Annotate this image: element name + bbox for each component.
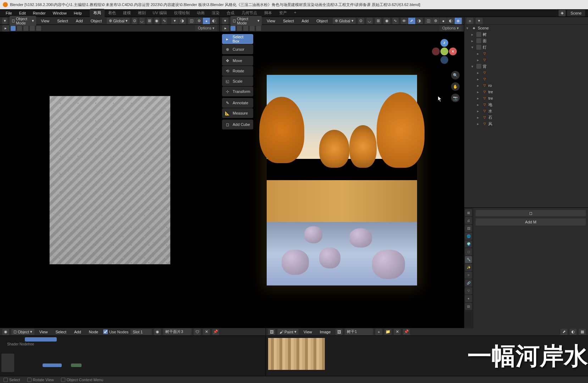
node-shader[interactable]	[43, 363, 62, 367]
expand-icon[interactable]: ▸	[471, 39, 475, 43]
tool-rotate[interactable]: ⟲Rotate	[222, 66, 253, 76]
tool-annotate[interactable]: ✎Annotate	[222, 98, 253, 108]
image-canvas[interactable]	[266, 336, 588, 376]
gizmo-z[interactable]: Z	[440, 39, 448, 47]
outliner-row[interactable]: ▸▽tre	[464, 95, 588, 101]
proportional-icon-r[interactable]: ◉	[383, 18, 390, 24]
node-menu-view[interactable]: View	[37, 329, 51, 335]
gizmo-y[interactable]	[440, 48, 448, 55]
gizmo-toggle-icon-r[interactable]: ⬈	[408, 18, 415, 24]
options-button[interactable]: Options ▾	[195, 25, 217, 31]
selmode-invert[interactable]	[30, 26, 35, 31]
tab-texture[interactable]: 纹理绘制	[171, 9, 193, 17]
prop-tab-physics[interactable]: ⚛	[465, 272, 472, 279]
snap-icon[interactable]: ◡	[139, 18, 145, 24]
selmode-extend-r[interactable]	[237, 26, 242, 31]
vp-menu-add-r[interactable]: Add	[299, 18, 312, 24]
outliner-row[interactable]: ▸▽地	[464, 101, 588, 108]
tab-rendering[interactable]: 渲染	[208, 9, 223, 17]
menu-help[interactable]: Help	[71, 10, 85, 16]
overlay-icon-r[interactable]: ◑	[416, 18, 423, 24]
expand-icon[interactable]: ▸	[477, 51, 481, 56]
gizmo-neg-x[interactable]	[432, 48, 440, 55]
tab-layout[interactable]: 布局	[90, 9, 105, 17]
outliner-scene-row[interactable]: ▾ ◈ Scene	[464, 25, 588, 31]
prop-tab-render[interactable]: ▦	[465, 209, 472, 216]
node-canvas[interactable]: Shader Nodetree	[0, 336, 266, 376]
menu-render[interactable]: Render	[30, 10, 49, 16]
expand-icon[interactable]: ▸	[477, 90, 481, 94]
prop-tab-material[interactable]: ●	[465, 295, 472, 302]
prop-tab-world[interactable]: 🌍	[465, 240, 472, 248]
prop-tab-modifier[interactable]: 🔧	[465, 256, 472, 263]
img-pin-icon[interactable]: 📌	[403, 329, 410, 335]
viewport-left-body[interactable]	[0, 32, 220, 328]
image-browse-icon[interactable]: 🖼	[335, 329, 343, 335]
img-menu-view[interactable]: View	[301, 329, 315, 335]
material-name-field[interactable]: 树干面片3	[163, 328, 192, 335]
vp-menu-object-r[interactable]: Object	[314, 18, 331, 24]
tab-animation[interactable]: 动画	[193, 9, 208, 17]
tool-measure[interactable]: 📐Measure	[222, 108, 253, 118]
vp-menu-select-r[interactable]: Select	[280, 18, 297, 24]
falloff-icon[interactable]: ∿	[162, 18, 167, 24]
image-editor-type-icon[interactable]: 🖼	[268, 329, 275, 335]
outliner-row[interactable]: ▸树	[464, 31, 588, 38]
vp-menu-object[interactable]: Object	[88, 18, 105, 24]
camera-icon[interactable]: 📷	[451, 94, 460, 102]
img-open-icon[interactable]: 📁	[384, 329, 392, 335]
tool-transform[interactable]: ⊹Transform	[222, 87, 253, 96]
expand-icon[interactable]: ▸	[477, 58, 481, 62]
img-gizmo-icon[interactable]: ⬈	[560, 329, 567, 335]
menu-window[interactable]: Window	[50, 10, 70, 16]
visibility-icon[interactable]: 👁	[401, 18, 408, 24]
mode-selector[interactable]: ◻ Object Mode ▾	[10, 16, 36, 26]
img-alpha-icon[interactable]: ▦	[579, 329, 586, 335]
scene-icon[interactable]: ◈	[559, 10, 566, 16]
nav-gizmo[interactable]: Z X	[432, 39, 457, 64]
tab-shading[interactable]: 着色	[105, 9, 120, 17]
selmode-new[interactable]	[11, 26, 16, 31]
tab-add[interactable]: +	[290, 9, 300, 17]
viewport-right-body[interactable]: ▸Select Box ⊕Cursor ✥Move ⟲Rotate ◱Scale…	[220, 32, 464, 328]
vp-menu-add[interactable]: Add	[73, 18, 86, 24]
use-nodes-checkbox[interactable]	[103, 329, 108, 334]
editor-type-icon[interactable]: ▾	[2, 18, 7, 24]
prop-tab-constraint[interactable]: 🔗	[465, 279, 472, 287]
breadcrumb-icon[interactable]: ◻	[476, 210, 586, 216]
vp-menu-view[interactable]: View	[38, 18, 52, 24]
outliner-row[interactable]: ▸▽tre	[464, 89, 588, 95]
prop-tab-object[interactable]: ◻	[465, 248, 472, 255]
img-new-icon[interactable]: +	[375, 329, 382, 335]
prop-tab-output[interactable]: 🖨	[465, 217, 472, 224]
prop-tab-texture[interactable]: ▨	[465, 303, 472, 310]
selmode-invert-r[interactable]	[250, 26, 255, 31]
material-browse-icon[interactable]: ◉	[154, 329, 161, 335]
paint-mode-selector[interactable]: 🖌 Paint ▾	[277, 329, 299, 335]
overlay-toggle-icon[interactable]: ◑	[179, 18, 186, 24]
expand-icon[interactable]: ▸	[471, 32, 475, 37]
tool-scale[interactable]: ◱Scale	[222, 76, 253, 86]
pin-icon[interactable]: 📌	[212, 329, 219, 335]
shield-icon[interactable]: 🛡	[194, 329, 201, 335]
orientation-selector[interactable]: ⊕ Global ▾	[107, 18, 130, 24]
expand-icon[interactable]: ▸	[477, 109, 481, 113]
outliner-row[interactable]: ▸▽石	[464, 114, 588, 121]
tool-add-cube[interactable]: ◻Add Cube	[222, 120, 253, 129]
img-unlink-icon[interactable]: ✕	[394, 329, 401, 335]
node-type-selector[interactable]: ◻ Object ▾	[11, 329, 34, 335]
editor-type-icon[interactable]: ▾	[222, 18, 228, 24]
pan-icon[interactable]: ✋	[451, 82, 460, 91]
gizmo-toggle-icon[interactable]: ▾	[171, 18, 178, 24]
select-tool-icon-r[interactable]: ▸	[222, 25, 229, 32]
selmode-extend[interactable]	[17, 26, 22, 31]
expand-icon[interactable]: ▸	[477, 83, 481, 88]
vp-menu-select[interactable]: Select	[54, 18, 71, 24]
outliner-row[interactable]: ▸▽ro	[464, 82, 588, 89]
outliner-row[interactable]: ▸▽	[464, 76, 588, 82]
outliner-row[interactable]: ▸▽水	[464, 108, 588, 114]
img-color-icon[interactable]: ◐	[570, 329, 577, 335]
selmode-subtract[interactable]	[23, 26, 28, 31]
tool-select-box[interactable]: ▸Select Box	[222, 34, 253, 44]
selmode-subtract-r[interactable]	[243, 26, 248, 31]
